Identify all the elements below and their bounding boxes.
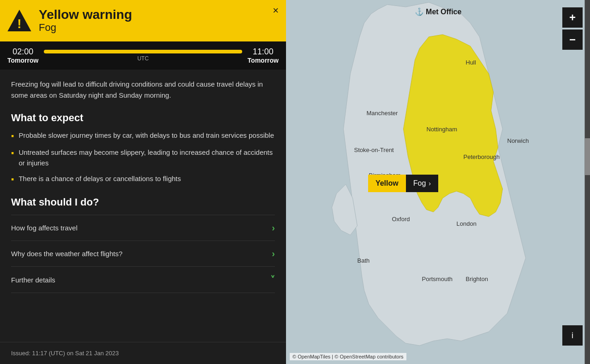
accordion-label-flights: Why does the weather affect flights?: [11, 250, 123, 258]
accordion-item-fog-travel[interactable]: How fog affects travel ›: [11, 215, 275, 241]
description-text: Freezing fog will lead to difficult driv…: [11, 79, 275, 101]
svg-text:Nottingham: Nottingham: [427, 126, 457, 133]
end-time: 11:00: [248, 47, 279, 57]
info-button[interactable]: i: [562, 325, 583, 346]
start-day: Tomorrow: [7, 57, 38, 64]
end-day: Tomorrow: [248, 57, 279, 64]
bullet-item-1: Probable slower journey times by car, wi…: [11, 130, 275, 142]
popup-arrow-icon: ›: [429, 180, 431, 187]
what-to-expect-section: What to expect Probable slower journey t…: [11, 112, 275, 185]
svg-text:Norwich: Norwich: [507, 137, 529, 144]
what-to-expect-title: What to expect: [11, 112, 275, 124]
chevron-down-icon: ˅: [270, 274, 275, 285]
warning-title: Yellow warning: [39, 8, 279, 22]
met-office-icon: ⚓: [415, 8, 424, 16]
bullet-list: Probable slower journey times by car, wi…: [11, 130, 275, 185]
warning-header: ! Yellow warning Fog ×: [0, 0, 286, 41]
map-panel[interactable]: Hull Manchester Nottingham Stoke-on-Tren…: [286, 0, 590, 364]
svg-text:Brighton: Brighton: [466, 276, 488, 282]
map-warning-popup[interactable]: Yellow Fog ›: [368, 175, 438, 192]
chevron-right-icon-2: ›: [272, 248, 275, 259]
warning-type: Fog: [39, 22, 279, 34]
popup-yellow-label[interactable]: Yellow: [368, 175, 406, 192]
warning-icon: !: [7, 9, 31, 33]
accordion-label-further: Further details: [11, 276, 55, 284]
svg-text:!: !: [17, 17, 21, 31]
accordion-label-fog-travel: How fog affects travel: [11, 224, 77, 232]
bullet-item-2: Untreated surfaces may become slippery, …: [11, 147, 275, 168]
chevron-right-icon-1: ›: [272, 223, 275, 233]
met-office-logo: ⚓ ⚓ Met Office Met Office: [415, 7, 462, 16]
map-attribution: © OpenMapTiles | © OpenStreetMap contrib…: [290, 353, 406, 360]
warning-title-block: Yellow warning Fog: [39, 8, 279, 34]
accordion-item-further[interactable]: Further details ˅: [11, 266, 275, 293]
close-button[interactable]: ×: [273, 6, 279, 16]
content-area: Freezing fog will lead to difficult driv…: [0, 70, 286, 342]
svg-text:Bath: Bath: [358, 257, 370, 264]
zoom-out-button[interactable]: −: [562, 29, 583, 50]
what-should-title: What should I do?: [11, 196, 275, 208]
svg-rect-15: [585, 0, 590, 364]
progress-bar: [44, 50, 242, 53]
popup-fog-label[interactable]: Fog ›: [406, 175, 438, 192]
time-bar: 02:00 Tomorrow UTC 11:00 Tomorrow: [0, 41, 286, 70]
end-time-block: 11:00 Tomorrow: [248, 47, 279, 64]
svg-text:London: London: [457, 220, 477, 227]
bullet-item-3: There is a chance of delays or cancellat…: [11, 174, 275, 185]
issued-text: Issued: 11:17 (UTC) on Sat 21 Jan 2023: [0, 342, 286, 364]
start-time-block: 02:00 Tomorrow: [7, 47, 38, 64]
svg-text:Stoke-on-Trent: Stoke-on-Trent: [354, 147, 394, 153]
time-track: UTC: [44, 50, 242, 62]
zoom-in-button[interactable]: +: [562, 7, 583, 28]
start-time: 02:00: [7, 47, 38, 57]
svg-text:Oxford: Oxford: [392, 216, 410, 223]
accordion-item-flights[interactable]: Why does the weather affect flights? ›: [11, 241, 275, 266]
what-should-section: What should I do? How fog affects travel…: [11, 196, 275, 293]
svg-text:Peterborough: Peterborough: [464, 153, 500, 160]
left-panel: ! Yellow warning Fog × 02:00 Tomorrow UT…: [0, 0, 286, 364]
utc-label: UTC: [137, 55, 149, 62]
svg-text:Hull: Hull: [466, 59, 477, 66]
popup-fog-text: Fog: [413, 179, 426, 188]
svg-text:Portsmouth: Portsmouth: [422, 276, 453, 282]
svg-text:Manchester: Manchester: [367, 110, 399, 117]
map-controls: + −: [562, 7, 583, 50]
svg-rect-16: [585, 138, 590, 175]
